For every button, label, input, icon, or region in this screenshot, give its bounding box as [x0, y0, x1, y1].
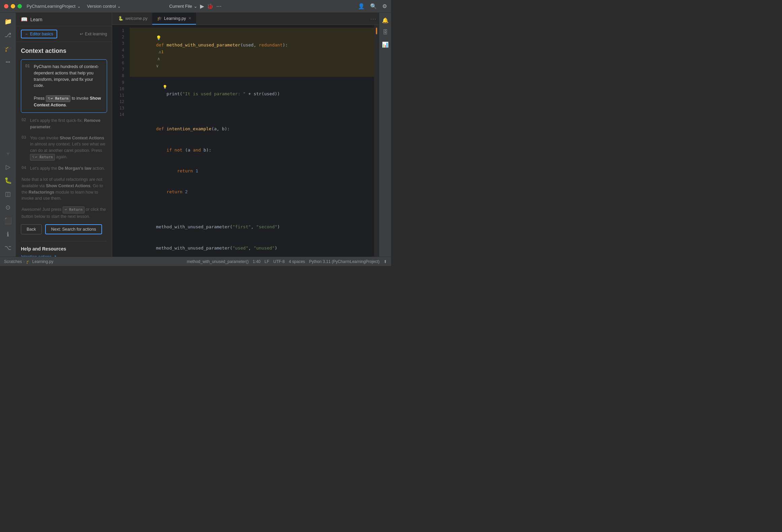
line-num-3: 3	[113, 40, 124, 47]
step-awesome-text: Awesome! Just press ↩ Return or click th…	[22, 206, 106, 220]
line-num-12: 12	[113, 99, 124, 105]
line-num-11: 11	[113, 92, 124, 99]
right-sidebar: 🔔 🗄 📊	[379, 13, 391, 257]
line-ending[interactable]: LF	[265, 259, 269, 264]
debug-button[interactable]: 🐞	[207, 3, 214, 9]
project-selector[interactable]: PyCharmLearningProject ⌄	[27, 4, 81, 9]
exit-learning-label: Exit learning	[85, 32, 107, 36]
context-actions-title: Context actions	[21, 47, 107, 55]
code-line-8: return 2	[130, 182, 374, 203]
line-num-6: 6	[113, 60, 124, 66]
editor-basics-label: ← Editor basics	[25, 32, 53, 36]
breadcrumb: Scratches › 🎓 Learning.py	[4, 259, 53, 264]
notifications-icon[interactable]: 🔔	[381, 15, 390, 25]
learning-py-breadcrumb[interactable]: 🎓 Learning.py	[26, 259, 53, 264]
project-dropdown-icon: ⌄	[77, 4, 81, 9]
line-num-9: 9	[113, 79, 124, 86]
nav-down-arrow: ∨	[156, 63, 159, 68]
editor-scrollbar[interactable]	[374, 25, 379, 257]
tab-welcome-py[interactable]: 🐍 welcome.py	[113, 13, 152, 25]
ellipsis-icon[interactable]: •••	[2, 56, 14, 68]
current-file-button[interactable]: Current File ⌄	[169, 4, 198, 9]
minimize-window-button[interactable]	[11, 4, 15, 8]
indent[interactable]: 4 spaces	[289, 259, 305, 264]
maximize-window-button[interactable]	[18, 4, 22, 8]
step-card-01: 01 PyCharm has hundreds of context-depen…	[21, 59, 107, 113]
activity-bar: 📁 ⎇ 🎓 ••• ⑂ ▷ 🐛 ◫ ⊙ ⬛ ℹ ⌥	[0, 13, 16, 257]
search-icon[interactable]: 🔍	[370, 3, 377, 9]
titlebar: PyCharmLearningProject ⌄ Version control…	[0, 0, 391, 13]
scratches-label[interactable]: Scratches	[4, 259, 22, 264]
encoding[interactable]: UTF-8	[273, 259, 285, 264]
learn-header-icon: 📖	[21, 16, 28, 23]
warning-triangle: ⚠️1	[159, 49, 163, 54]
breadcrumb-separator: ›	[23, 259, 25, 264]
tab-learning-py[interactable]: 🎓 Learning.py ✕	[152, 13, 196, 25]
help-section: Help and Resources Intention actions ↗	[21, 241, 107, 257]
run-button[interactable]: ▶	[200, 3, 204, 9]
cursor-position[interactable]: 1:40	[253, 259, 260, 264]
git-icon[interactable]: ⎇	[2, 29, 14, 41]
step-number-03: 03	[22, 135, 26, 140]
tab-more-button[interactable]: ⋯	[370, 15, 376, 23]
run-widget-icon[interactable]: ▷	[2, 161, 14, 173]
git-push-icon[interactable]: ⬆	[384, 259, 387, 264]
scrollbar-thumb	[376, 28, 377, 34]
database-icon[interactable]: 🗄	[381, 28, 390, 37]
intention-actions-link[interactable]: Intention actions ↗	[21, 255, 57, 257]
step-note-text: Note that a lot of useful refactorings a…	[22, 176, 106, 202]
profile-icon[interactable]: 👤	[358, 3, 365, 9]
step-02: 02 Let's apply the first quick-fix: Remo…	[21, 118, 107, 130]
next-button[interactable]: Next: Search for actions	[45, 224, 102, 234]
bug-icon[interactable]: 🐛	[2, 174, 14, 187]
step-04: 04 Let's apply the De Morgan's law actio…	[21, 165, 107, 172]
version-control-selector[interactable]: Version control ⌄	[87, 4, 121, 9]
current-file-label: Current File	[169, 4, 192, 9]
git-logo-icon[interactable]: ⑂	[2, 147, 14, 160]
code-line-7: return 1	[130, 161, 374, 181]
exit-learning-button[interactable]: ↩ Exit learning	[80, 32, 107, 36]
step-number-04: 04	[22, 165, 26, 170]
code-editor[interactable]: 1 2 3 4 5 6 7 8 9 10 11 12 13 14 💡 def m…	[112, 25, 379, 257]
code-line-1: 💡 def method_with_unused_parameter(used,…	[130, 28, 374, 77]
exit-icon: ↩	[80, 32, 83, 36]
code-line-2: 💡 print("It is used parameter: " + str(u…	[130, 77, 374, 105]
code-line-10	[130, 210, 374, 217]
line-num-5: 5	[113, 54, 124, 60]
python-version[interactable]: Python 3.11 (PyCharmLearningProject)	[309, 259, 380, 264]
learning-py-icon: 🎓	[157, 16, 162, 21]
step-text-01: PyCharm has hundreds of context-dependen…	[34, 64, 103, 108]
folder-icon[interactable]: 📁	[2, 15, 14, 28]
line-num-2: 2	[113, 34, 124, 40]
vc-dropdown-icon: ⌄	[117, 4, 121, 9]
code-line-12: method_with_unused_parameter("used", "un…	[130, 238, 374, 257]
play-circle-icon[interactable]: ⊙	[2, 201, 14, 213]
settings-icon[interactable]: ⚙	[382, 3, 387, 9]
info-icon[interactable]: ℹ	[2, 228, 14, 240]
learning-py-breadcrumb-icon: 🎓	[26, 259, 31, 264]
titlebar-center: Current File ⌄ ▶ 🐞 ⋯	[169, 3, 222, 9]
close-window-button[interactable]	[4, 4, 8, 8]
terminal-icon[interactable]: ⬛	[2, 215, 14, 227]
layers-icon[interactable]: ◫	[2, 188, 14, 200]
code-line-9	[130, 203, 374, 210]
breadcrumb-fn[interactable]: method_with_unused_parameter()	[187, 259, 249, 264]
key-combo-return: ⌥ ↩ Return	[30, 154, 55, 161]
traffic-lights	[4, 4, 22, 8]
editor-basics-button[interactable]: ← Editor basics	[21, 30, 57, 38]
line-num-7: 7	[113, 66, 124, 73]
statusbar-left: Scratches › 🎓 Learning.py	[4, 259, 53, 264]
chart-icon[interactable]: 📊	[381, 40, 390, 49]
branch-icon[interactable]: ⌥	[2, 242, 14, 254]
nav-up-arrow: ∧	[157, 56, 160, 61]
learning-py-close-button[interactable]: ✕	[188, 16, 191, 21]
code-line-11: method_with_unused_parameter("first", "s…	[130, 217, 374, 238]
step-text-04: Let's apply the De Morgan's law action.	[30, 165, 105, 172]
editor-tabs: 🐍 welcome.py 🎓 Learning.py ✕ ⋯	[112, 13, 379, 25]
learning-py-breadcrumb-label: Learning.py	[32, 259, 54, 264]
learn-icon[interactable]: 🎓	[2, 42, 14, 55]
line-num-13: 13	[113, 105, 124, 111]
more-run-options-button[interactable]: ⋯	[216, 3, 222, 9]
back-button[interactable]: Back	[21, 224, 42, 234]
line-num-8: 8	[113, 73, 124, 79]
